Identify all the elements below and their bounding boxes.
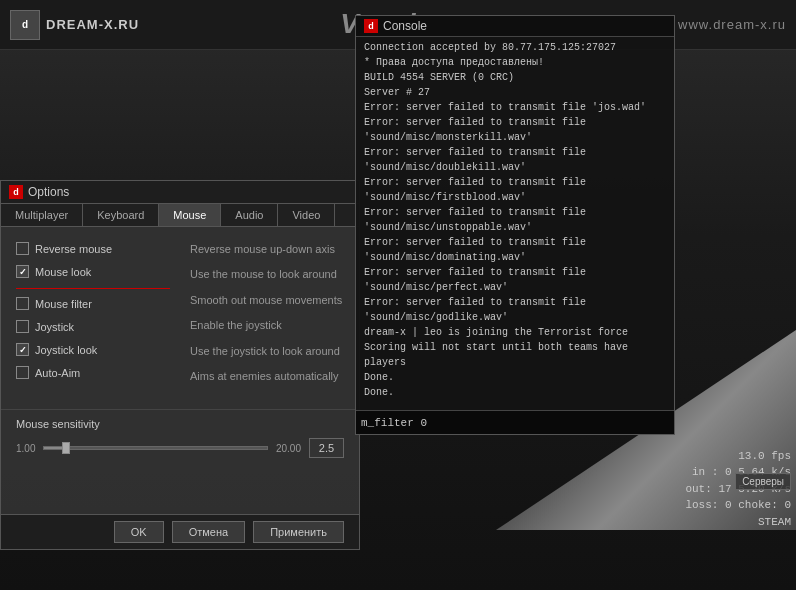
desc-reverse-mouse: Reverse mouse up-down axis	[190, 242, 344, 257]
label-mouse-look: Mouse look	[35, 266, 91, 278]
servers-button[interactable]: Серверы	[735, 473, 791, 490]
label-mouse-filter: Mouse filter	[35, 298, 92, 310]
bottom-buttons: OK Отмена Применить	[1, 514, 359, 549]
checkbox-mouse-look[interactable]	[16, 265, 29, 278]
console-input[interactable]	[361, 417, 669, 429]
slider-track[interactable]	[43, 446, 268, 450]
label-joystick: Joystick	[35, 321, 74, 333]
slider-row: 1.00 20.00 2.5	[16, 438, 344, 458]
desc-joystick-look: Use the joystick to look around	[190, 344, 344, 359]
option-mouse-filter: Mouse filter	[16, 297, 170, 310]
options-content: Reverse mouse Mouse look Mouse filter Jo…	[1, 227, 359, 409]
tab-mouse[interactable]: Mouse	[159, 204, 221, 226]
console-header: d Console	[356, 16, 674, 37]
console-panel: d Console Server # 27Commencing connecti…	[355, 15, 675, 435]
tab-audio[interactable]: Audio	[221, 204, 278, 226]
logo-area: d DREAM-X.RU	[10, 10, 139, 40]
tab-multiplayer[interactable]: Multiplayer	[1, 204, 83, 226]
mouse-look-divider	[16, 288, 170, 289]
apply-button[interactable]: Применить	[253, 521, 344, 543]
checkbox-auto-aim[interactable]	[16, 366, 29, 379]
tab-keyboard[interactable]: Keyboard	[83, 204, 159, 226]
slider-section: Mouse sensitivity 1.00 20.00 2.5	[1, 409, 359, 468]
ok-button[interactable]: OK	[114, 521, 164, 543]
tab-video[interactable]: Video	[278, 204, 335, 226]
logo-text: DREAM-X.RU	[46, 17, 139, 32]
slider-value-box[interactable]: 2.5	[309, 438, 344, 458]
option-joystick: Joystick	[16, 320, 170, 333]
desc-mouse-look: Use the mouse to look around	[190, 267, 344, 282]
desc-mouse-filter: Smooth out mouse movements	[190, 293, 344, 308]
steam-display: STEAM	[685, 514, 791, 531]
options-tabs: Multiplayer Keyboard Mouse Audio Video	[1, 204, 359, 227]
left-column: Reverse mouse Mouse look Mouse filter Jo…	[16, 242, 180, 394]
options-header: d Options	[1, 181, 359, 204]
option-reverse-mouse: Reverse mouse	[16, 242, 170, 255]
checkbox-joystick-look[interactable]	[16, 343, 29, 356]
slider-thumb[interactable]	[62, 442, 70, 454]
console-output[interactable]: Server # 27Commencing connection retry t…	[356, 37, 674, 405]
options-icon: d	[9, 185, 23, 199]
option-auto-aim: Auto-Aim	[16, 366, 170, 379]
checkbox-reverse-mouse[interactable]	[16, 242, 29, 255]
console-icon: d	[364, 19, 378, 33]
option-mouse-look: Mouse look	[16, 265, 170, 278]
fps-display: 13.0 fps	[685, 448, 791, 465]
desc-auto-aim: Aims at enemies automatically	[190, 369, 344, 384]
slider-min: 1.00	[16, 443, 35, 454]
desc-joystick: Enable the joystick	[190, 318, 344, 333]
slider-max: 20.00	[276, 443, 301, 454]
checkbox-mouse-filter[interactable]	[16, 297, 29, 310]
console-input-row	[356, 410, 674, 434]
loss-display: loss: 0 choke: 0	[685, 497, 791, 514]
cancel-button[interactable]: Отмена	[172, 521, 245, 543]
label-reverse-mouse: Reverse mouse	[35, 243, 112, 255]
slider-fill	[44, 447, 62, 449]
slider-label: Mouse sensitivity	[16, 418, 344, 430]
checkbox-joystick[interactable]	[16, 320, 29, 333]
logo-icon: d	[10, 10, 40, 40]
options-title: Options	[28, 185, 69, 199]
label-joystick-look: Joystick look	[35, 344, 97, 356]
option-joystick-look: Joystick look	[16, 343, 170, 356]
right-column: Reverse mouse up-down axis Use the mouse…	[180, 242, 344, 394]
website-text: www.dream-x.ru	[678, 17, 786, 32]
label-auto-aim: Auto-Aim	[35, 367, 80, 379]
console-title: Console	[383, 19, 427, 33]
options-panel: d Options Multiplayer Keyboard Mouse Aud…	[0, 180, 360, 550]
